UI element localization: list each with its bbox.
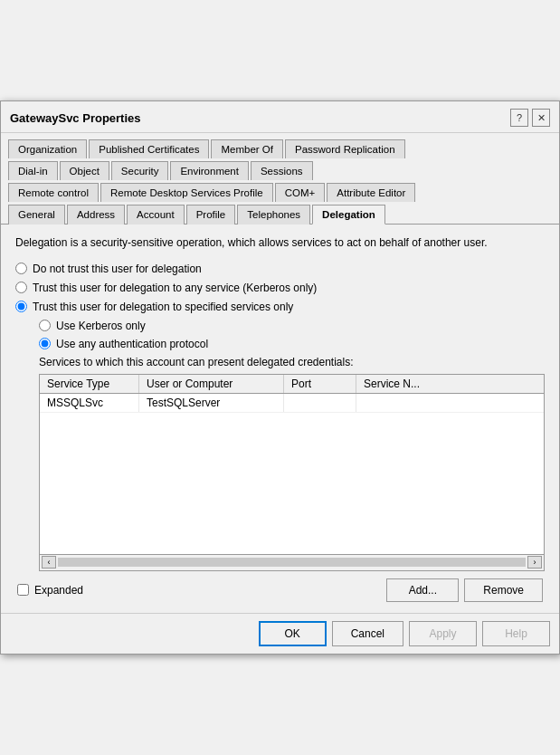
radio-any-auth[interactable]: Use any authentication protocol <box>39 338 545 350</box>
dialog-title: GatewaySvc Properties <box>10 111 141 125</box>
tab-member-of[interactable]: Member Of <box>211 139 283 158</box>
radio-trust-any-input[interactable] <box>15 282 27 293</box>
services-table: Service Type User or Computer Port Servi… <box>39 374 545 555</box>
table-row[interactable]: MSSQLSvc TestSQLServer <box>40 394 544 413</box>
tab-account[interactable]: Account <box>127 205 185 225</box>
tab-password-replication[interactable]: Password Replication <box>285 139 405 158</box>
tab-security[interactable]: Security <box>111 161 169 180</box>
tab-remote-desktop[interactable]: Remote Desktop Services Profile <box>100 183 273 202</box>
tab-dial-in[interactable]: Dial-in <box>8 161 58 180</box>
tab-telephones[interactable]: Telephones <box>237 205 310 225</box>
scroll-left-btn[interactable]: ‹ <box>42 556 56 569</box>
tab-object[interactable]: Object <box>60 161 109 180</box>
tab-sessions[interactable]: Sessions <box>251 161 313 180</box>
tab-row-1: Organization Published Certificates Memb… <box>8 136 552 158</box>
radio-any-auth-label: Use any authentication protocol <box>56 338 208 350</box>
tab-com-plus[interactable]: COM+ <box>275 183 326 202</box>
tab-row-2: Dial-in Object Security Environment Sess… <box>8 158 552 179</box>
help-button[interactable]: Help <box>482 621 550 646</box>
tab-attribute-editor[interactable]: Attribute Editor <box>327 183 415 202</box>
tabs-container: Organization Published Certificates Memb… <box>1 133 559 225</box>
table-body: MSSQLSvc TestSQLServer <box>40 394 544 539</box>
radio-no-trust-input[interactable] <box>15 263 27 274</box>
tab-row-3: Remote control Remote Desktop Services P… <box>8 179 552 201</box>
table-header: Service Type User or Computer Port Servi… <box>40 375 544 394</box>
col-header-user-computer: User or Computer <box>139 375 284 393</box>
help-title-button[interactable]: ? <box>510 109 528 127</box>
radio-trust-specified-input[interactable] <box>15 301 27 312</box>
description-text: Delegation is a security-sensitive opera… <box>15 235 545 251</box>
tab-environment[interactable]: Environment <box>170 161 249 180</box>
radio-trust-any-label: Trust this user for delegation to any se… <box>33 282 317 294</box>
bottom-row: Expanded Add... Remove <box>15 578 545 602</box>
services-label: Services to which this account can prese… <box>39 356 545 368</box>
radio-any-auth-input[interactable] <box>39 338 51 349</box>
tab-delegation[interactable]: Delegation <box>312 205 385 225</box>
radio-trust-specified[interactable]: Trust this user for delegation to specif… <box>15 301 545 313</box>
scroll-right-btn[interactable]: › <box>527 556 542 569</box>
tab-rows-wrapper: Organization Published Certificates Memb… <box>5 133 555 224</box>
add-button[interactable]: Add... <box>386 578 459 602</box>
tab-organization[interactable]: Organization <box>8 139 87 158</box>
radio-group-main: Do not trust this user for delegation Tr… <box>15 263 545 313</box>
expanded-checkbox-label[interactable]: Expanded <box>17 584 83 597</box>
table-action-buttons: Add... Remove <box>386 578 543 602</box>
radio-trust-specified-label: Trust this user for delegation to specif… <box>33 301 293 313</box>
dialog-window: GatewaySvc Properties ? ✕ Organization P… <box>0 100 560 654</box>
tab-published-certs[interactable]: Published Certificates <box>89 139 209 158</box>
cell-user-computer: TestSQLServer <box>139 394 284 412</box>
cancel-button[interactable]: Cancel <box>332 621 403 646</box>
radio-no-trust[interactable]: Do not trust this user for delegation <box>15 263 545 275</box>
title-bar: GatewaySvc Properties ? ✕ <box>1 101 559 133</box>
col-header-service-name: Service N... <box>356 375 465 393</box>
horizontal-scrollbar[interactable]: ‹ › <box>39 555 545 571</box>
tab-address[interactable]: Address <box>67 205 125 225</box>
dialog-footer: OK Cancel Apply Help <box>1 613 559 654</box>
cell-service-type: MSSQLSvc <box>40 394 139 412</box>
col-header-port: Port <box>284 375 356 393</box>
radio-kerberos-only-input[interactable] <box>39 320 51 331</box>
tab-remote-control[interactable]: Remote control <box>8 183 99 202</box>
scroll-track[interactable] <box>58 558 526 567</box>
radio-kerberos-only-label: Use Kerberos only <box>56 320 146 332</box>
title-bar-buttons: ? ✕ <box>510 109 550 127</box>
apply-button[interactable]: Apply <box>409 621 477 646</box>
sub-radio-group: Use Kerberos only Use any authentication… <box>39 320 545 350</box>
tab-profile[interactable]: Profile <box>186 205 236 225</box>
ok-button[interactable]: OK <box>259 621 327 646</box>
close-title-button[interactable]: ✕ <box>532 109 550 127</box>
cell-port <box>284 394 356 412</box>
main-content: Delegation is a security-sensitive opera… <box>1 225 559 612</box>
tab-row-4: General Address Account Profile Telephon… <box>8 201 552 224</box>
radio-kerberos-only[interactable]: Use Kerberos only <box>39 320 545 332</box>
expanded-label: Expanded <box>34 584 83 597</box>
expanded-checkbox[interactable] <box>17 584 29 596</box>
radio-trust-any[interactable]: Trust this user for delegation to any se… <box>15 282 545 294</box>
radio-no-trust-label: Do not trust this user for delegation <box>33 263 202 275</box>
col-header-service-type: Service Type <box>40 375 139 393</box>
tab-general[interactable]: General <box>8 205 65 225</box>
cell-service-name <box>356 394 465 412</box>
remove-button[interactable]: Remove <box>464 578 543 602</box>
